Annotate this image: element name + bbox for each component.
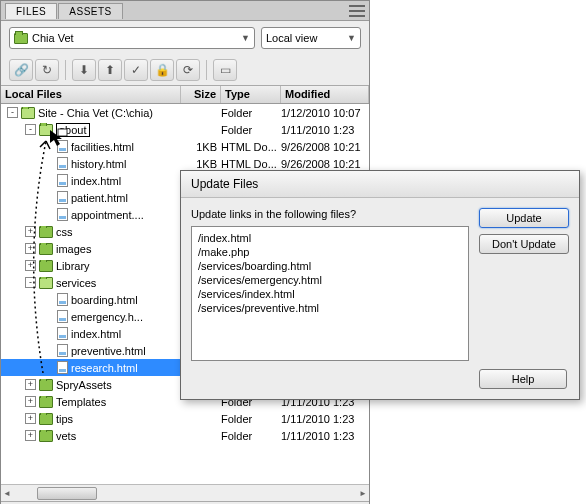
tree-item-label: index.html (71, 175, 121, 187)
folder-icon (39, 243, 53, 255)
collapse-icon[interactable]: - (7, 107, 18, 118)
folder-icon (39, 413, 53, 425)
get-button[interactable]: ⬇ (72, 59, 96, 81)
update-button[interactable]: Update (479, 208, 569, 228)
tree-size: 1KB (181, 158, 221, 170)
tree-item-label: Templates (56, 396, 106, 408)
tree-item-label: services (56, 277, 96, 289)
checkout-button[interactable]: ✓ (124, 59, 148, 81)
panel-tabs: FILES ASSETS (1, 1, 369, 21)
tree-row[interactable]: -aboutFolder1/11/2010 1:23 (1, 121, 369, 138)
file-icon (57, 293, 68, 306)
dialog-file-list[interactable]: /index.html/make.php/services/boarding.h… (191, 226, 469, 361)
tree-item-label: facilities.html (71, 141, 134, 153)
panel-menu-icon[interactable] (349, 5, 365, 17)
col-modified[interactable]: Modified (281, 86, 369, 103)
spacer (43, 192, 54, 203)
dialog-file-item[interactable]: /services/emergency.html (198, 273, 462, 287)
col-name[interactable]: Local Files (1, 86, 181, 103)
tree-item-label: SpryAssets (56, 379, 112, 391)
file-icon (57, 140, 68, 153)
dont-update-button[interactable]: Don't Update (479, 234, 569, 254)
dialog-file-item[interactable]: /index.html (198, 231, 462, 245)
spacer (43, 345, 54, 356)
tree-row[interactable]: -Site - Chia Vet (C:\chia)Folder1/12/201… (1, 104, 369, 121)
folder-icon (39, 379, 53, 391)
column-headers: Local Files Size Type Modified (1, 86, 369, 104)
dialog-file-item[interactable]: /services/boarding.html (198, 259, 462, 273)
tree-item-label: Library (56, 260, 90, 272)
tree-item-label: vets (56, 430, 76, 442)
tree-mod: 1/11/2010 1:23 (281, 430, 369, 442)
tree-item-label: history.html (71, 158, 126, 170)
file-icon (57, 157, 68, 170)
folder-icon (39, 260, 53, 272)
tree-item-label: patient.html (71, 192, 128, 204)
tree-item-label: Site - Chia Vet (C:\chia) (38, 107, 153, 119)
tree-type: HTML Do... (221, 158, 281, 170)
spacer (43, 362, 54, 373)
expand-icon[interactable]: + (25, 379, 36, 390)
spacer (43, 311, 54, 322)
tab-assets[interactable]: ASSETS (58, 3, 122, 19)
file-icon (57, 327, 68, 340)
tree-size: 1KB (181, 141, 221, 153)
help-button[interactable]: Help (479, 369, 567, 389)
expand-button[interactable]: ▭ (213, 59, 237, 81)
spacer (43, 209, 54, 220)
refresh-button[interactable]: ↻ (35, 59, 59, 81)
collapse-icon[interactable]: - (25, 124, 36, 135)
folder-icon (39, 396, 53, 408)
chevron-down-icon: ▼ (347, 33, 356, 43)
tree-mod: 1/12/2010 10:07 (281, 107, 369, 119)
chevron-down-icon: ▼ (241, 33, 250, 43)
dialog-file-item[interactable]: /services/preventive.html (198, 301, 462, 315)
folder-open-icon (39, 277, 53, 289)
expand-icon[interactable]: + (25, 226, 36, 237)
expand-icon[interactable]: + (25, 430, 36, 441)
site-select[interactable]: Chia Vet ▼ (9, 27, 255, 49)
tree-type: Folder (221, 107, 281, 119)
site-select-label: Chia Vet (32, 32, 74, 44)
sync-button[interactable]: ⟳ (176, 59, 200, 81)
expand-icon[interactable]: + (25, 396, 36, 407)
file-icon (57, 174, 68, 187)
expand-icon[interactable]: + (25, 413, 36, 424)
spacer (43, 328, 54, 339)
folder-open-icon (21, 107, 35, 119)
col-type[interactable]: Type (221, 86, 281, 103)
tree-mod: 1/11/2010 1:23 (281, 413, 369, 425)
scroll-thumb[interactable] (37, 487, 97, 500)
collapse-icon[interactable]: - (25, 277, 36, 288)
expand-icon[interactable]: + (25, 260, 36, 271)
file-icon (57, 344, 68, 357)
checkin-button[interactable]: 🔒 (150, 59, 174, 81)
spacer (43, 294, 54, 305)
tree-type: Folder (221, 124, 281, 136)
tree-row[interactable]: +vetsFolder1/11/2010 1:23 (1, 427, 369, 444)
tree-item-label: css (56, 226, 73, 238)
put-button[interactable]: ⬆ (98, 59, 122, 81)
connect-button[interactable]: 🔗 (9, 59, 33, 81)
tab-files[interactable]: FILES (5, 3, 57, 19)
expand-icon[interactable]: + (25, 243, 36, 254)
dialog-file-item[interactable]: /services/index.html (198, 287, 462, 301)
toolbar: 🔗 ↻ ⬇ ⬆ ✓ 🔒 ⟳ ▭ (1, 55, 369, 86)
tree-item-label: appointment.... (71, 209, 144, 221)
tree-item-label: boarding.html (71, 294, 138, 306)
tree-type: Folder (221, 413, 281, 425)
file-icon (57, 361, 68, 374)
tree-item-label: images (56, 243, 91, 255)
view-select[interactable]: Local view ▼ (261, 27, 361, 49)
dialog-file-item[interactable]: /make.php (198, 245, 462, 259)
horizontal-scrollbar[interactable] (1, 484, 369, 501)
view-select-label: Local view (266, 32, 317, 44)
tree-item-label: about (56, 123, 90, 137)
file-icon (57, 310, 68, 323)
tree-row[interactable]: +tipsFolder1/11/2010 1:23 (1, 410, 369, 427)
folder-open-icon (39, 124, 53, 136)
tree-item-label: tips (56, 413, 73, 425)
tree-mod: 9/26/2008 10:21 (281, 158, 369, 170)
col-size[interactable]: Size (181, 86, 221, 103)
tree-row[interactable]: facilities.html1KBHTML Do...9/26/2008 10… (1, 138, 369, 155)
